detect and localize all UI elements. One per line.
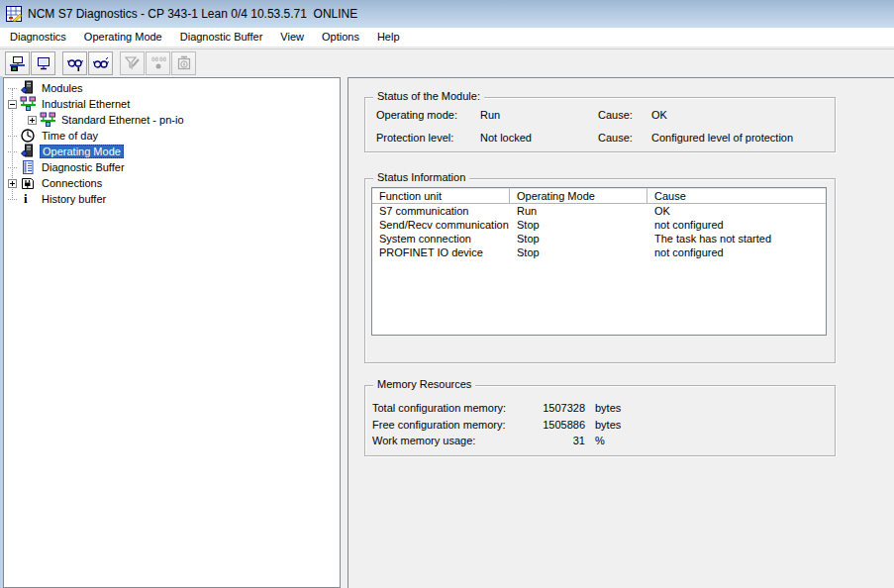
cell-function-unit: Send/Recv communication bbox=[372, 218, 510, 232]
status-information-list: Function unit Operating Mode Cause S7 co… bbox=[371, 187, 827, 336]
cause-label: Cause: bbox=[598, 132, 633, 144]
toolbar: 00 00 bbox=[0, 49, 894, 76]
cell-function-unit: S7 communication bbox=[372, 204, 510, 218]
column-header-function-unit[interactable]: Function unit bbox=[372, 188, 510, 204]
menu-help[interactable]: Help bbox=[368, 29, 409, 46]
tree-item-label: Industrial Ethernet bbox=[40, 98, 132, 110]
plug-icon bbox=[20, 175, 37, 191]
cell-operating-mode: Stop bbox=[510, 218, 647, 232]
module-icon bbox=[20, 80, 37, 96]
tree-item-modules[interactable]: Modules bbox=[4, 80, 340, 96]
list-row[interactable]: S7 communication Run OK bbox=[372, 204, 826, 218]
tree-item-industrial-ethernet[interactable]: Industrial Ethernet bbox=[4, 96, 340, 112]
toolbar-button-update-glasses[interactable] bbox=[62, 51, 87, 75]
memory-row-total: Total configuration memory: 1507328 byte… bbox=[365, 402, 835, 415]
expander-minus-icon[interactable] bbox=[8, 100, 17, 109]
update-interval-icon: 00 00 bbox=[150, 55, 166, 71]
menu-diagnostics[interactable]: Diagnostics bbox=[1, 29, 75, 46]
tree-item-label: Connections bbox=[40, 177, 104, 189]
memory-value: 1505886 bbox=[494, 419, 585, 431]
protection-level-row: Protection level: Not locked Cause: Conf… bbox=[365, 132, 835, 145]
module-time-info-icon bbox=[176, 55, 192, 71]
tree-item-time-of-day[interactable]: Time of day bbox=[4, 128, 340, 144]
cell-operating-mode: Stop bbox=[510, 232, 647, 245]
module-icon bbox=[20, 144, 37, 159]
memory-row-free: Free configuration memory: 1505886 bytes bbox=[365, 419, 835, 432]
protection-level-value: Not locked bbox=[480, 132, 532, 144]
column-header-cause[interactable]: Cause bbox=[647, 188, 826, 204]
group-title: Status Information bbox=[373, 171, 469, 183]
protection-level-label: Protection level: bbox=[376, 132, 453, 144]
ethernet-icon bbox=[20, 96, 37, 112]
ncm-app-icon bbox=[6, 6, 22, 22]
cell-operating-mode: Stop bbox=[510, 245, 647, 259]
operating-mode-row: Operating mode: Run Cause: OK bbox=[365, 109, 835, 122]
diagnostics-tree-pane: Modules bbox=[3, 77, 341, 588]
ethernet-icon bbox=[40, 112, 56, 128]
tree-item-label: Modules bbox=[40, 82, 85, 94]
tree-item-connections[interactable]: Connections bbox=[4, 175, 340, 191]
group-title: Status of the Module: bbox=[373, 90, 484, 102]
memory-unit: bytes bbox=[595, 402, 621, 414]
column-header-operating-mode[interactable]: Operating Mode bbox=[510, 188, 647, 204]
details-pane: Status of the Module: Operating mode: Ru… bbox=[348, 77, 894, 588]
tree-item-label: Time of day bbox=[40, 130, 100, 142]
svg-text:00: 00 bbox=[151, 55, 159, 62]
tree-item-history-buffer[interactable]: i History buffer bbox=[4, 191, 340, 207]
tree-item-label: Diagnostic Buffer bbox=[40, 161, 127, 173]
cause-value: Configured level of protection bbox=[651, 132, 793, 144]
cause-value: OK bbox=[651, 109, 667, 121]
status-information-group: Status Information Function unit Operati… bbox=[364, 178, 836, 363]
group-title: Memory Resources bbox=[373, 378, 475, 390]
info-icon: i bbox=[20, 191, 37, 207]
pane-splitter[interactable] bbox=[341, 77, 348, 588]
cause-label: Cause: bbox=[598, 109, 633, 121]
titlebar: NCM S7 Diagnostics - CP 343-1 Lean 0/4 1… bbox=[0, 0, 894, 28]
cell-function-unit: PROFINET IO device bbox=[372, 245, 510, 259]
memory-resources-group: Memory Resources Total configuration mem… bbox=[364, 385, 836, 456]
tree-item-operating-mode[interactable]: Operating Mode bbox=[4, 144, 340, 159]
buffer-icon bbox=[20, 159, 37, 175]
cell-operating-mode: Run bbox=[510, 204, 647, 218]
list-row[interactable]: Send/Recv communication Stop not configu… bbox=[372, 218, 826, 232]
menu-options[interactable]: Options bbox=[313, 29, 368, 46]
expander-plus-icon[interactable] bbox=[28, 116, 37, 125]
memory-unit: % bbox=[595, 435, 605, 446]
filter-edit-icon bbox=[125, 55, 141, 71]
toolbar-button-module-time bbox=[171, 51, 196, 75]
tree-item-label-selected: Operating Mode bbox=[40, 145, 124, 158]
operating-mode-label: Operating mode: bbox=[376, 109, 457, 121]
list-row[interactable]: System connection Stop The task has not … bbox=[372, 232, 826, 245]
toolbar-button-view-glasses[interactable] bbox=[88, 51, 113, 75]
clock-icon bbox=[20, 128, 37, 144]
list-row[interactable]: PROFINET IO device Stop not configured bbox=[372, 245, 826, 259]
cell-cause: not configured bbox=[647, 218, 826, 232]
menubar: Diagnostics Operating Mode Diagnostic Bu… bbox=[0, 28, 894, 48]
diagnostics-tree: Modules bbox=[4, 78, 340, 207]
svg-text:00: 00 bbox=[159, 55, 166, 62]
memory-value: 31 bbox=[494, 435, 585, 446]
online-module-icon bbox=[10, 55, 26, 71]
expander-plus-icon[interactable] bbox=[8, 179, 17, 188]
glasses-update-icon bbox=[67, 55, 83, 71]
memory-value: 1507328 bbox=[494, 402, 585, 414]
toolbar-button-online-module[interactable] bbox=[5, 51, 30, 75]
operating-mode-value: Run bbox=[480, 109, 500, 121]
toolbar-button-update-interval: 00 00 bbox=[146, 51, 170, 75]
memory-label: Free configuration memory: bbox=[372, 419, 506, 431]
cell-cause: The task has not started bbox=[647, 232, 826, 245]
client-area: Modules bbox=[0, 76, 894, 588]
menu-diagnostic-buffer[interactable]: Diagnostic Buffer bbox=[171, 29, 272, 46]
tree-item-diagnostic-buffer[interactable]: Diagnostic Buffer bbox=[4, 159, 340, 175]
tree-item-standard-ethernet[interactable]: Standard Ethernet - pn-io bbox=[4, 112, 340, 128]
monitor-icon bbox=[36, 55, 51, 71]
tree-item-label: History buffer bbox=[40, 193, 108, 205]
cell-function-unit: System connection bbox=[372, 232, 510, 245]
toolbar-button-monitor[interactable] bbox=[31, 51, 55, 75]
memory-label: Work memory usage: bbox=[372, 435, 475, 446]
status-of-module-group: Status of the Module: Operating mode: Ru… bbox=[364, 97, 836, 152]
glasses-view-icon bbox=[93, 55, 109, 71]
window-title: NCM S7 Diagnostics - CP 343-1 Lean 0/4 1… bbox=[28, 7, 357, 21]
menu-view[interactable]: View bbox=[271, 29, 313, 46]
menu-operating-mode[interactable]: Operating Mode bbox=[75, 29, 171, 46]
